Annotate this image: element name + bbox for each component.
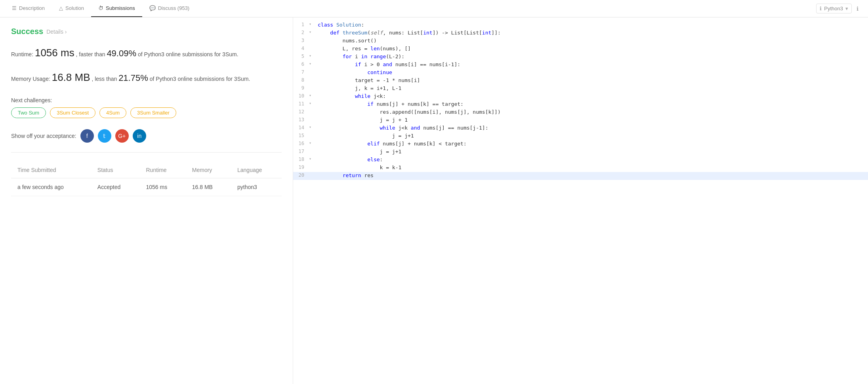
code-lines: 1 ▾ class Solution: 2 ▾ def threeSum(sel… (293, 17, 868, 184)
twitter-share-button[interactable]: 𝕥 (98, 129, 111, 143)
col-status: Status (91, 162, 140, 178)
code-line-15: 15 j = j+1 (293, 132, 868, 140)
tab-submissions[interactable]: ⏱ Submissions (91, 0, 142, 17)
memory-section: Memory Usage: 16.8 MB , less than 21.75%… (11, 69, 282, 86)
cell-runtime: 1056 ms (140, 178, 186, 196)
runtime-text-label: Runtime: (11, 51, 33, 57)
col-time-submitted: Time Submitted (11, 162, 91, 178)
googleplus-share-button[interactable]: G+ (115, 129, 129, 143)
runtime-value: 1056 ms (35, 47, 74, 59)
cell-time: a few seconds ago (11, 178, 91, 196)
runtime-suffix: of Python3 online submissions for 3Sum. (138, 51, 238, 57)
tab-discuss[interactable]: 💬 Discuss (953) (142, 0, 196, 17)
app-container: ☰ Description △ Solution ⏱ Submissions 💬… (0, 0, 868, 384)
divider (11, 152, 282, 153)
code-line-4: 4 L, res = len(nums), [] (293, 45, 868, 53)
info-icon: ℹ (820, 6, 822, 11)
challenge-pills: Two Sum 3Sum Closest 4Sum 3Sum Smaller (11, 107, 282, 118)
code-line-3: 3 nums.sort() (293, 37, 868, 45)
cell-memory: 16.8 MB (186, 178, 231, 196)
code-line-2: 2 ▾ def threeSum(self, nums: List[int]) … (293, 29, 868, 37)
code-line-6: 6 ▾ if i > 0 and nums[i] == nums[i-1]: (293, 61, 868, 69)
code-line-17: 17 j = j+1 (293, 148, 868, 156)
submissions-table: Time Submitted Status Runtime Memory Lan… (11, 162, 282, 196)
runtime-pct: 49.09% (107, 48, 136, 58)
table-row: a few seconds ago Accepted 1056 ms 16.8 … (11, 178, 282, 196)
table-header-row: Time Submitted Status Runtime Memory Lan… (11, 162, 282, 178)
code-line-10: 10 ▾ while j<k: (293, 93, 868, 101)
code-area: 1 ▾ class Solution: 2 ▾ def threeSum(sel… (293, 17, 868, 184)
memory-suffix: of Python3 online submissions for 3Sum. (150, 76, 250, 82)
solution-icon: △ (59, 5, 63, 11)
tab-description[interactable]: ☰ Description (5, 0, 52, 17)
pill-3sum-smaller[interactable]: 3Sum Smaller (130, 107, 176, 118)
main-content: Success Details Runtime: 1056 ms , faste… (0, 17, 868, 384)
tab-solution[interactable]: △ Solution (52, 0, 91, 17)
code-line-7: 7 continue (293, 69, 868, 77)
runtime-section: Runtime: 1056 ms , faster than 49.09% of… (11, 44, 282, 61)
code-line-9: 9 j, k = i+1, L-1 (293, 85, 868, 93)
code-line-11: 11 ▾ if nums[j] + nums[k] == target: (293, 101, 868, 109)
description-icon: ☰ (12, 5, 17, 11)
code-line-19: 19 k = k-1 (293, 164, 868, 172)
code-line-5: 5 ▾ for i in range(L-2): (293, 53, 868, 61)
code-line-18: 18 ▾ else: (293, 156, 868, 164)
result-header: Success Details (11, 27, 282, 36)
share-label: Show off your acceptance: (11, 133, 76, 139)
col-language: Language (231, 162, 282, 178)
code-line-14: 14 ▾ while j<k and nums[j] == nums[j-1]: (293, 124, 868, 132)
memory-value: 16.8 MB (52, 71, 90, 83)
code-line-8: 8 target = -1 * nums[i] (293, 77, 868, 85)
memory-pct: 21.75% (118, 73, 148, 83)
status-label: Success (11, 27, 43, 36)
discuss-icon: 💬 (149, 5, 156, 11)
facebook-share-button[interactable]: f (80, 129, 94, 143)
code-line-16: 16 ▾ elif nums[j] + nums[k] < target: (293, 140, 868, 148)
cell-status[interactable]: Accepted (91, 178, 140, 196)
next-challenges-section: Next challenges: Two Sum 3Sum Closest 4S… (11, 97, 282, 118)
page-info-icon[interactable]: ℹ (852, 6, 863, 12)
col-memory: Memory (186, 162, 231, 178)
tab-bar: ☰ Description △ Solution ⏱ Submissions 💬… (0, 0, 868, 17)
code-line-13: 13 j = j + 1 (293, 117, 868, 124)
details-link[interactable]: Details (46, 29, 67, 35)
share-section: Show off your acceptance: f 𝕥 G+ in (11, 129, 282, 143)
pill-3sum-closest[interactable]: 3Sum Closest (50, 107, 95, 118)
col-runtime: Runtime (140, 162, 186, 178)
pill-two-sum[interactable]: Two Sum (11, 107, 46, 118)
left-panel: Success Details Runtime: 1056 ms , faste… (0, 17, 293, 384)
code-line-20: 20 return res (293, 172, 868, 180)
code-editor: 1 ▾ class Solution: 2 ▾ def threeSum(sel… (293, 17, 868, 384)
code-line-12: 12 res.append([nums[i], nums[j], nums[k]… (293, 109, 868, 117)
code-line-1: 1 ▾ class Solution: (293, 21, 868, 29)
linkedin-share-button[interactable]: in (133, 129, 146, 143)
chevron-down-icon: ▾ (845, 6, 848, 11)
next-challenges-label: Next challenges: (11, 97, 282, 103)
pill-4sum[interactable]: 4Sum (99, 107, 126, 118)
submissions-icon: ⏱ (98, 5, 103, 11)
cell-language: python3 (231, 178, 282, 196)
language-selector[interactable]: ℹ Python3 ▾ (816, 4, 852, 13)
memory-text-label: Memory Usage: (11, 76, 50, 82)
